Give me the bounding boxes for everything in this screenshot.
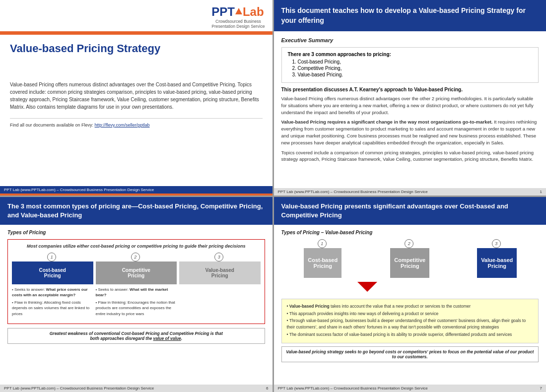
value-based-btn: Value-basedPricing: [179, 261, 261, 284]
slide3-footer-left: PPT Lab (www.PPTLab.com) – Crowdsourced …: [4, 386, 154, 391]
weakness-underline: value of value: [153, 336, 181, 341]
logo-lab-text: Lab: [243, 5, 264, 19]
cost-based-box4: Cost-basedPricing: [304, 248, 341, 278]
ppt-logo: PPT Lab: [211, 5, 265, 19]
competitive-box4: CompetitivePricing: [390, 248, 429, 278]
slide-1: PPT Lab Crowdsourced Business Presentati…: [0, 0, 273, 196]
pricing-types-row: 1 Cost-basedPricing • Seeks to answer: W…: [12, 253, 261, 317]
competitive-btn: CompetitivePricing: [96, 261, 177, 284]
slide3-footer: PPT Lab (www.PPTLab.com) – Crowdsourced …: [0, 385, 273, 392]
cost-based-btn: Cost-basedPricing: [12, 261, 93, 284]
para3: Topics covered include a comparison of c…: [281, 149, 539, 163]
arrow-container: [281, 282, 539, 296]
slide1-header: PPT Lab Crowdsourced Business Presentati…: [0, 0, 273, 33]
list-item-3: Value-based Pricing.: [298, 72, 533, 77]
logo-triangle-icon: [235, 8, 242, 14]
value-footer-box: Value-based pricing strategy seeks to go…: [281, 346, 539, 362]
pricing-list: Cost-based Pricing, Competitive Pricing,…: [298, 59, 533, 77]
para2: Value-based Pricing requires a significa…: [281, 119, 539, 146]
para2-bold: Value-based Pricing requires a significa…: [281, 119, 493, 125]
slide2-body: Executive Summary There are 3 common app…: [274, 31, 546, 188]
slide4-footer-left: PPT Lab (www.PPTLab.com) – Crowdsourced …: [278, 386, 428, 391]
bullet-1: • Value-based Pricing takes into account…: [287, 303, 534, 310]
pricing-row4: 1 Cost-basedPricing 2 CompetitivePricing…: [281, 239, 539, 278]
red-arrow-down: [357, 282, 377, 292]
slide1-link: Find all our documents available on Flev…: [10, 118, 263, 128]
list-item-1: Cost-based Pricing,: [298, 59, 533, 65]
value-bullets-box: • Value-based Pricing takes into account…: [281, 299, 539, 343]
box4-col-2: 2 CompetitivePricing: [368, 239, 452, 278]
orange-bottom-bar: [0, 194, 273, 196]
list-item-2: Competitive Pricing,: [298, 65, 533, 71]
pricing-col-3: 3 Value-basedPricing: [179, 253, 261, 284]
weakness-text3: .: [181, 336, 182, 341]
slide4-header: Value-based Pricing presents significant…: [274, 197, 546, 225]
bullet-3: • Through value-based pricing, businesse…: [287, 318, 534, 330]
slide4-body: Types of Pricing – Value-based Pricing 1…: [274, 225, 546, 385]
num-badge4-2: 2: [405, 239, 413, 248]
value-based-box4: Value-basedPricing: [477, 248, 517, 278]
slide4-title: Value-based Pricing presents significant…: [281, 202, 539, 220]
slide1-body: Value-based Pricing Strategy Value-based…: [0, 35, 273, 186]
types-label: Types of Pricing: [7, 230, 265, 235]
slide4-footer-right: 7: [540, 386, 542, 391]
slide1-title: Value-based Pricing Strategy: [10, 42, 263, 55]
logo-ppt-text: PPT: [211, 5, 235, 19]
types-label4: Types of Pricing – Value-based Pricing: [281, 230, 539, 235]
slide2-footer: PPT Lab (www.PPTLab.com) – Crowdsourced …: [274, 188, 546, 196]
slide1-footer: PPT Lab (www.PPTLab.com) – Crowdsourced …: [0, 186, 273, 194]
num-badge-2: 2: [131, 253, 140, 261]
competitive-desc: • Seeks to answer: What will the market …: [96, 287, 177, 317]
footer-left: PPT Lab (www.PPTLab.com) – Crowdsourced …: [278, 190, 428, 194]
exec-summary-label: Executive Summary: [281, 37, 539, 43]
slide3-title: The 3 most common types of pricing are—C…: [7, 202, 265, 220]
slide2-header-title: This document teaches how to develop a V…: [281, 6, 539, 25]
main-grid: PPT Lab Crowdsourced Business Presentati…: [0, 0, 546, 392]
num-badge-1: 1: [47, 253, 56, 261]
weakness-text1: Greatest weakness of conventional Cost-b…: [50, 331, 223, 336]
slide-3: The 3 most common types of pricing are—C…: [0, 197, 273, 392]
slide4-footer: PPT Lab (www.PPTLab.com) – Crowdsourced …: [274, 385, 546, 392]
pricing-box-note: Most companies utilize either cost-based…: [12, 244, 261, 249]
bullet-4: • The dominant success factor of value-b…: [287, 331, 534, 338]
discuss-text: This presentation discusses A.T. Kearney…: [281, 87, 539, 92]
para1: Value-based Pricing offers numerous dist…: [281, 95, 539, 116]
pricing-col-1: 1 Cost-basedPricing • Seeks to answer: W…: [12, 253, 93, 317]
weakness-text2: both approaches disregard the: [90, 336, 153, 341]
pricing-col-2: 2 CompetitivePricing • Seeks to answer: …: [96, 253, 177, 317]
num-badge-3: 3: [214, 253, 223, 261]
logo-subtitle: Crowdsourced Business Presentation Desig…: [211, 19, 265, 29]
cost-based-desc: • Seeks to answer: What price covers our…: [12, 287, 93, 317]
num-badge4-1: 1: [318, 239, 327, 248]
slide3-footer-right: 6: [266, 386, 268, 391]
common-approaches-box: There are 3 common approaches to pricing…: [281, 47, 539, 83]
slide1-body-text: Value-based Pricing offers numerous dist…: [10, 81, 263, 111]
slide-4: Value-based Pricing presents significant…: [274, 197, 546, 392]
box4-col-3: 3 Value-basedPricing: [456, 239, 539, 278]
footer-right: 1: [540, 190, 542, 194]
box4-col-1: 1 Cost-basedPricing: [281, 239, 365, 278]
common-intro: There are 3 common approaches to pricing…: [288, 52, 533, 57]
pricing-outer-box: Most companies utilize either cost-based…: [7, 239, 265, 324]
slide3-header: The 3 most common types of pricing are—C…: [0, 197, 273, 225]
weakness-box: Greatest weakness of conventional Cost-b…: [7, 328, 265, 344]
bullet-2: • This approach provides insights into n…: [287, 311, 534, 317]
slide-2: This document teaches how to develop a V…: [274, 0, 546, 196]
flevy-link[interactable]: http://flevy.com/seller/pptlab: [95, 123, 150, 128]
num-badge4-3: 3: [492, 239, 501, 248]
slide3-body: Types of Pricing Most companies utilize …: [0, 225, 273, 385]
slide2-header: This document teaches how to develop a V…: [274, 0, 546, 31]
